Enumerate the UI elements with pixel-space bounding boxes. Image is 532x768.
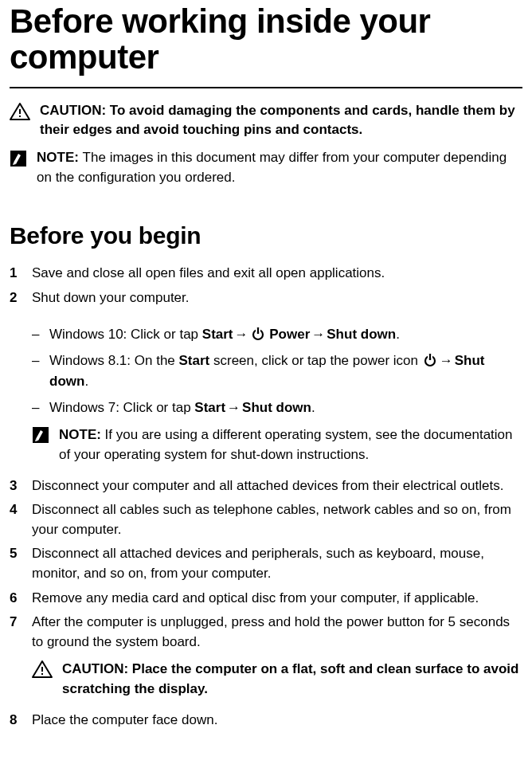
dash-bullet: – [32,351,40,371]
step-number: 2 [10,288,21,308]
svg-rect-12 [41,667,43,672]
step-item: 6 Remove any media card and optical disc… [10,589,522,609]
note-icon [10,150,27,167]
step-main-text: Shut down your computer. [32,290,190,305]
step-item: 2 Shut down your computer. – Windows 10:… [10,288,522,472]
step-item: 4 Disconnect all cables such as telephon… [10,500,522,539]
step-item: 5 Disconnect all attached devices and pe… [10,544,522,583]
caution-admonition-nested: CAUTION: Place the computer on a flat, s… [32,659,522,699]
svg-rect-1 [19,116,21,117]
step-number: 3 [10,476,21,496]
note-admonition: NOTE: The images in this document may di… [10,148,522,187]
step-text: After the computer is unplugged, press a… [32,613,522,705]
step-text: Place the computer face down. [32,711,522,731]
step-item: 7 After the computer is unplugged, press… [10,613,522,705]
step-number: 1 [10,264,21,284]
step-text: Remove any media card and optical disc f… [32,589,522,609]
step-text: Disconnect your computer and all attache… [32,476,522,496]
sub-list: – Windows 10: Click or tap Start → Power… [32,324,522,418]
page-title: Before working inside your computer [10,0,522,87]
step-number: 7 [10,613,21,633]
step-text: Shut down your computer. – Windows 10: C… [32,288,522,472]
caution-icon [10,103,30,120]
sub-item: – Windows 10: Click or tap Start → Power… [32,324,522,345]
section-heading: Before you begin [10,222,522,249]
note-text: NOTE: The images in this document may di… [37,148,522,187]
step-number: 4 [10,500,21,520]
svg-rect-13 [41,673,43,675]
step-text: Disconnect all attached devices and peri… [32,544,522,583]
caution-text: CAUTION: Place the computer on a flat, s… [62,659,522,699]
horizontal-rule [10,87,522,88]
step-number: 8 [10,711,21,731]
step-main-text: After the computer is unplugged, press a… [32,614,510,649]
sub-item: – Windows 8.1: On the Start screen, clic… [32,351,522,391]
step-number: 6 [10,589,21,609]
sub-text: Windows 8.1: On the Start screen, click … [49,351,522,391]
step-text: Disconnect all cables such as telephone … [32,500,522,539]
svg-rect-0 [19,109,21,114]
step-item: 3 Disconnect your computer and all attac… [10,476,522,496]
svg-rect-10 [429,354,431,360]
steps-list: 1 Save and close all open files and exit… [10,264,522,730]
sub-item: – Windows 7: Click or tap Start → Shut d… [32,398,522,418]
step-item: 1 Save and close all open files and exit… [10,264,522,284]
power-icon [251,327,265,341]
power-icon [423,353,437,367]
caution-icon [32,660,53,678]
caution-admonition: CAUTION: To avoid damaging the component… [10,101,522,140]
dash-bullet: – [32,398,40,418]
note-icon [32,426,49,444]
dash-bullet: – [32,324,40,345]
step-text: Save and close all open files and exit a… [32,264,522,284]
sub-text: Windows 7: Click or tap Start → Shut dow… [49,398,522,418]
step-number: 5 [10,544,21,564]
caution-text: CAUTION: To avoid damaging the component… [40,101,522,140]
svg-rect-6 [256,327,258,334]
sub-text: Windows 10: Click or tap Start → Power →… [49,324,522,345]
note-admonition-nested: NOTE: If you are using a different opera… [32,425,522,465]
note-text: NOTE: If you are using a different opera… [59,425,522,465]
step-item: 8 Place the computer face down. [10,711,522,731]
